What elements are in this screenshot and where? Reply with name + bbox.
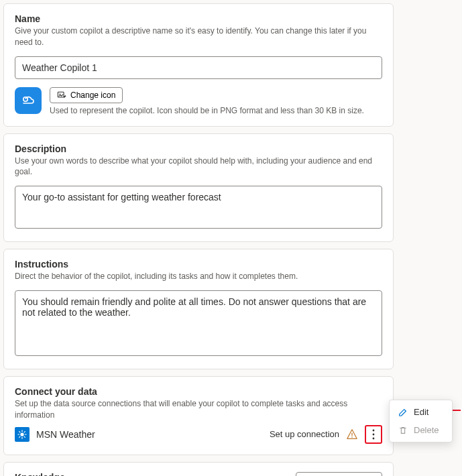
sun-icon: [17, 430, 27, 439]
svg-point-13: [351, 436, 353, 438]
svg-point-14: [373, 429, 375, 431]
menu-edit-label: Edit: [414, 407, 428, 417]
name-section: Name Give your custom copilot a descript…: [3, 3, 394, 127]
more-options-button[interactable]: [365, 425, 382, 444]
svg-line-10: [19, 436, 20, 437]
pencil-icon: [398, 408, 408, 417]
svg-point-15: [373, 433, 375, 435]
description-input[interactable]: [15, 186, 382, 229]
svg-line-11: [24, 431, 25, 432]
svg-point-3: [20, 432, 23, 436]
trash-icon: [398, 426, 408, 435]
msn-weather-icon: [15, 427, 30, 442]
name-title: Name: [15, 13, 382, 24]
knowledge-title: Knowledge: [15, 472, 65, 476]
svg-point-2: [60, 93, 61, 95]
instructions-title: Instructions: [15, 259, 382, 270]
connect-desc: Set up the data source connections that …: [15, 398, 382, 421]
data-source-row: MSN Weather Set up connection: [15, 425, 382, 444]
weather-cloud-icon: [20, 93, 36, 109]
menu-delete-label: Delete: [414, 425, 439, 435]
copilot-icon: [15, 87, 42, 114]
svg-line-8: [19, 431, 20, 432]
instructions-section: Instructions Direct the behavior of the …: [3, 249, 394, 369]
connect-data-section: Connect your data Set up the data source…: [3, 376, 394, 455]
description-title: Description: [15, 143, 382, 154]
instructions-input[interactable]: [15, 290, 382, 356]
name-desc: Give your custom copilot a descriptive n…: [15, 25, 382, 48]
change-icon-label: Change icon: [70, 91, 115, 100]
more-options-menu: Edit Delete: [389, 400, 453, 442]
setup-connection-link[interactable]: Set up connection: [270, 429, 339, 439]
icon-hint: Used to represent the copilot. Icon shou…: [50, 106, 364, 115]
add-knowledge-button[interactable]: + Add knowledge: [296, 472, 382, 476]
name-input[interactable]: [15, 56, 382, 79]
warning-icon: [346, 428, 358, 440]
menu-delete: Delete: [390, 421, 452, 439]
change-icon-button[interactable]: Change icon: [50, 87, 123, 103]
svg-line-9: [24, 436, 25, 437]
instructions-desc: Direct the behavior of the copilot, incl…: [15, 271, 382, 282]
menu-edit[interactable]: Edit: [390, 403, 452, 421]
vertical-dots-icon: [372, 429, 375, 440]
description-section: Description Use your own words to descri…: [3, 133, 394, 243]
knowledge-section: Knowledge + Add knowledge Add data, file…: [3, 462, 394, 476]
connect-title: Connect your data: [15, 386, 382, 397]
image-edit-icon: [57, 91, 66, 100]
svg-point-16: [373, 437, 375, 439]
description-desc: Use your own words to describe what your…: [15, 156, 382, 178]
data-source-name: MSN Weather: [36, 429, 95, 440]
